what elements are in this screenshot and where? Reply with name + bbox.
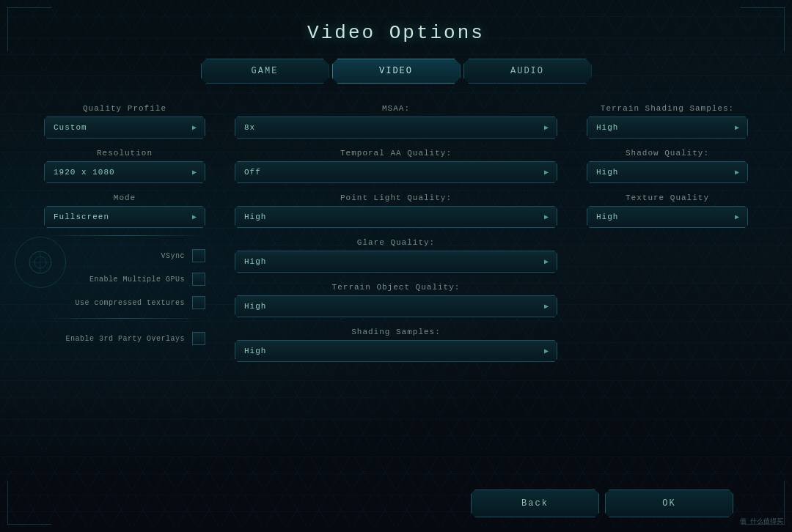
main-container: Video Options GAME VIDEO AUDIO Quality P… [0, 0, 792, 532]
resolution-label: Resolution [44, 149, 205, 158]
third-party-label: Enable 3rd Party Overlays [65, 335, 185, 343]
terrain-shading-arrow: ▶ [735, 123, 740, 132]
terrain-object-arrow: ▶ [544, 302, 549, 311]
compressed-textures-label: Use compressed textures [75, 299, 185, 307]
tab-audio[interactable]: AUDIO [463, 59, 592, 84]
quality-profile-label: Quality Profile [44, 104, 205, 113]
glare-value: High [244, 257, 266, 266]
multiple-gpus-label: Enable Multiple GPUs [89, 276, 185, 284]
mode-value: Fullscreen [54, 213, 109, 221]
shading-samples-dropdown[interactable]: High ▶ [235, 340, 557, 362]
ok-button[interactable]: OK [605, 489, 733, 517]
right-column: Terrain Shading Samples: High ▶ Shadow Q… [572, 104, 748, 475]
corner-decoration-tl [7, 7, 51, 51]
third-party-checkbox[interactable] [192, 332, 205, 345]
page-title: Video Options [307, 22, 485, 44]
quality-profile-dropdown[interactable]: Custom ▶ [44, 117, 205, 138]
shadow-quality-label: Shadow Quality: [587, 149, 748, 158]
point-light-label: Point Light Quality: [235, 193, 557, 202]
multiple-gpus-checkbox[interactable] [192, 273, 205, 286]
vsync-checkbox[interactable] [192, 249, 205, 262]
point-light-dropdown[interactable]: High ▶ [235, 206, 557, 228]
tab-video[interactable]: VIDEO [332, 59, 461, 84]
mode-dropdown[interactable]: Fullscreen ▶ [44, 206, 205, 228]
temporal-aa-dropdown[interactable]: Off ▶ [235, 161, 557, 183]
glare-arrow: ▶ [544, 257, 549, 266]
mode-arrow: ▶ [192, 213, 197, 221]
shading-samples-label: Shading Samples: [235, 328, 557, 336]
point-light-value: High [244, 213, 266, 221]
logo-circle [15, 237, 66, 288]
resolution-arrow: ▶ [192, 168, 197, 177]
shadow-quality-value: High [596, 168, 618, 177]
middle-column: MSAA: 8x ▶ Temporal AA Quality: Off ▶ Po… [220, 104, 572, 475]
texture-quality-arrow: ▶ [735, 213, 740, 221]
terrain-object-label: Terrain Object Quality: [235, 283, 557, 292]
texture-quality-value: High [596, 213, 618, 221]
separator-2 [44, 318, 205, 319]
quality-profile-arrow: ▶ [192, 123, 197, 132]
msaa-value: 8x [244, 123, 255, 132]
separator-1 [44, 235, 205, 236]
terrain-shading-value: High [596, 123, 618, 132]
temporal-aa-arrow: ▶ [544, 168, 549, 177]
terrain-shading-dropdown[interactable]: High ▶ [587, 117, 748, 138]
vsync-label: VSync [161, 252, 185, 260]
terrain-shading-label: Terrain Shading Samples: [587, 104, 748, 113]
mode-label: Mode [44, 193, 205, 202]
glare-label: Glare Quality: [235, 238, 557, 247]
terrain-object-value: High [244, 302, 266, 311]
compressed-textures-checkbox[interactable] [192, 296, 205, 309]
back-button[interactable]: Back [471, 489, 599, 517]
resolution-value: 1920 x 1080 [54, 168, 115, 177]
quality-profile-value: Custom [54, 123, 87, 132]
corner-decoration-tr [741, 7, 785, 51]
tabs-row: GAME VIDEO AUDIO [201, 59, 592, 84]
shadow-quality-arrow: ▶ [735, 168, 740, 177]
msaa-label: MSAA: [235, 104, 557, 113]
tab-game[interactable]: GAME [201, 59, 329, 84]
shading-samples-arrow: ▶ [544, 347, 549, 355]
texture-quality-label: Texture Quality [587, 193, 748, 202]
msaa-arrow: ▶ [544, 123, 549, 132]
third-party-row: Enable 3rd Party Overlays [44, 332, 205, 345]
texture-quality-dropdown[interactable]: High ▶ [587, 206, 748, 228]
terrain-object-dropdown[interactable]: High ▶ [235, 295, 557, 317]
compressed-textures-row: Use compressed textures [44, 296, 205, 309]
resolution-dropdown[interactable]: 1920 x 1080 ▶ [44, 161, 205, 183]
point-light-arrow: ▶ [544, 213, 549, 221]
logo-area [15, 237, 73, 295]
temporal-aa-label: Temporal AA Quality: [235, 149, 557, 158]
watermark: 值 什么值得买 [740, 517, 783, 526]
content-area: Quality Profile Custom ▶ Resolution 1920… [44, 104, 748, 475]
msaa-dropdown[interactable]: 8x ▶ [235, 117, 557, 138]
shadow-quality-dropdown[interactable]: High ▶ [587, 161, 748, 183]
glare-dropdown[interactable]: High ▶ [235, 251, 557, 273]
shading-samples-value: High [244, 347, 266, 355]
corner-decoration-bl [7, 481, 51, 525]
bottom-buttons: Back OK [44, 489, 748, 517]
temporal-aa-value: Off [244, 168, 261, 177]
